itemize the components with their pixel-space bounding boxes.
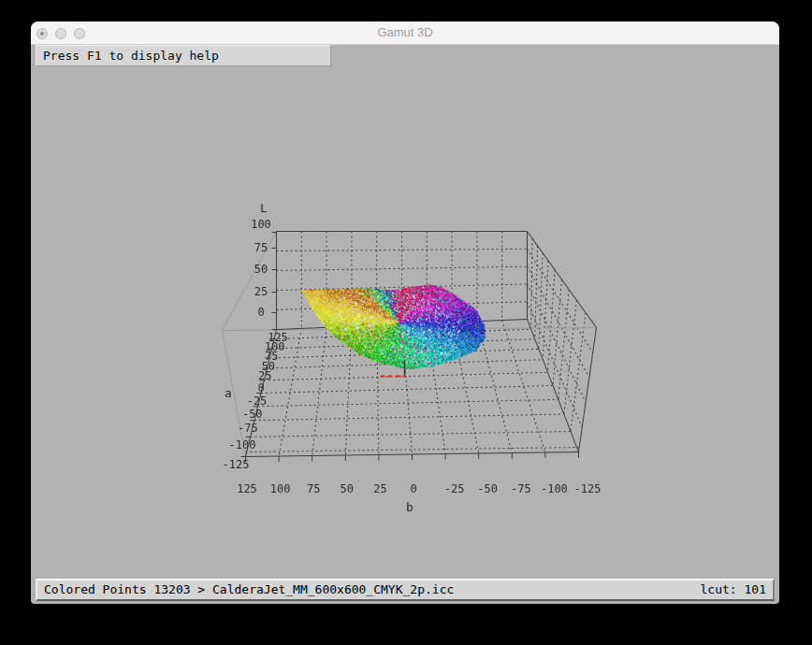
- status-text-left: Colored Points 13203 > CalderaJet_MM_600…: [44, 580, 454, 599]
- screen: 10075502501251007550250-25-50-75-100-125…: [0, 0, 812, 645]
- help-message-box: Press F1 to display help: [36, 45, 331, 66]
- close-button-dot-icon: [40, 32, 44, 36]
- gamut-3d-plot[interactable]: [31, 22, 779, 604]
- status-text-right: lcut: 101: [701, 580, 766, 599]
- zoom-button[interactable]: [74, 28, 85, 39]
- titlebar: Gamut 3D: [31, 22, 779, 45]
- window-title: Gamut 3D: [377, 25, 432, 39]
- status-bar: Colored Points 13203 > CalderaJet_MM_600…: [36, 579, 775, 601]
- minimize-button[interactable]: [55, 28, 66, 39]
- help-message: Press F1 to display help: [43, 49, 219, 63]
- app-window: 10075502501251007550250-25-50-75-100-125…: [31, 22, 779, 604]
- close-button[interactable]: [36, 28, 48, 39]
